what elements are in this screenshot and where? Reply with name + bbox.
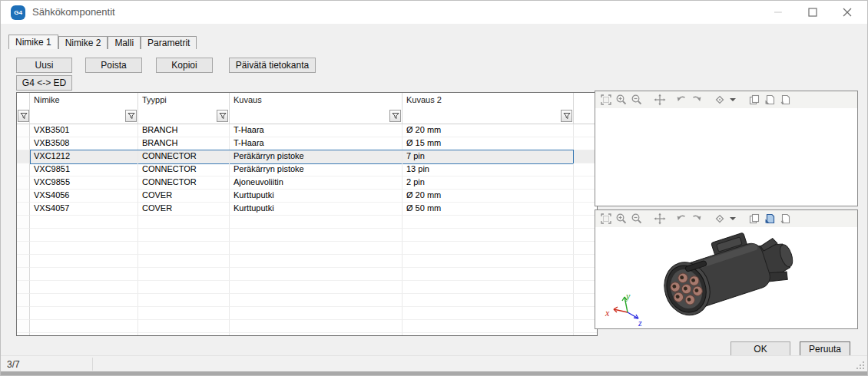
column-header-kuvaus2[interactable]: Kuvaus 2 <box>403 93 574 124</box>
resize-grip[interactable] <box>856 361 866 371</box>
rotate-right-icon <box>691 213 703 225</box>
zoom-out-button[interactable] <box>629 211 644 226</box>
zoom-in-button[interactable] <box>614 211 629 226</box>
titlebar: G4 Sähkökomponentit <box>1 1 867 24</box>
axis-z-label: z <box>638 318 642 327</box>
table-row[interactable]: VXC9855 CONNECTOR Ajoneuvoliitin 2 pin <box>17 176 597 190</box>
ok-button[interactable]: OK <box>731 341 790 356</box>
rotate-left-icon <box>675 213 687 225</box>
app-icon: G4 <box>11 5 25 20</box>
copy-view-button[interactable] <box>762 92 777 107</box>
rotate-right-button[interactable] <box>689 211 704 226</box>
view-orientation-button[interactable] <box>712 211 727 226</box>
close-icon <box>843 8 852 17</box>
zoom-in-icon <box>615 94 628 106</box>
filter-button-tyyppi[interactable] <box>217 110 228 122</box>
column-label: Tyyppi <box>142 95 167 104</box>
cell-kuvaus2: Ø 20 mm <box>403 190 574 203</box>
dropdown-arrow-icon <box>729 216 737 222</box>
3d-viewport-top[interactable] <box>595 108 857 206</box>
update-database-button[interactable]: Päivätä tietokanta <box>229 58 316 73</box>
maximize-icon <box>808 8 817 17</box>
zoom-in-icon <box>615 213 628 225</box>
pan-button[interactable] <box>652 211 668 226</box>
rotate-left-button[interactable] <box>674 92 689 107</box>
copy-view-icon <box>764 94 776 106</box>
row-gutter <box>17 190 30 203</box>
pan-button[interactable] <box>652 92 668 107</box>
table-row-empty <box>17 281 597 294</box>
table-row[interactable]: VXC9851 CONNECTOR Peräkärryn pistoke 13 … <box>17 163 597 176</box>
cell-kuvaus: Peräkärryn pistoke <box>230 163 403 176</box>
column-label: Nimike <box>34 95 60 104</box>
tab-malli[interactable]: Malli <box>108 36 141 49</box>
3d-viewport-bottom[interactable]: x y z <box>595 227 857 328</box>
column-header-nimike[interactable]: Nimike <box>30 93 138 124</box>
table-row-empty <box>17 268 597 281</box>
filter-button-kuvaus[interactable] <box>389 110 401 122</box>
column-header-tyyppi[interactable]: Tyyppi <box>138 93 230 124</box>
maximize-button[interactable] <box>795 1 830 24</box>
zoom-out-button[interactable] <box>629 92 644 107</box>
axis-x-label: x <box>605 308 610 318</box>
rotate-left-button[interactable] <box>674 211 689 226</box>
table-row-empty <box>17 229 597 242</box>
table-row[interactable]: VXS4056 COVER Kurttuputki Ø 20 mm <box>17 190 597 203</box>
cell-nimike: VXC1212 <box>30 150 138 163</box>
filter-button-nimike[interactable] <box>125 110 137 122</box>
delete-button[interactable]: Poista <box>85 58 142 73</box>
view-orientation-dropdown-button[interactable] <box>727 92 737 107</box>
table-row[interactable]: VXS4057 COVER Kurttuputki Ø 50 mm <box>17 203 597 216</box>
tab-nimike-2[interactable]: Nimike 2 <box>58 36 108 49</box>
status-bar: 3/7 <box>1 355 867 372</box>
rotate-left-icon <box>675 94 687 106</box>
copy-button[interactable]: Kopioi <box>156 58 213 73</box>
row-gutter <box>17 203 30 216</box>
zoom-window-icon <box>600 213 612 225</box>
table-row-selected[interactable]: VXC1212 CONNECTOR Peräkärryn pistoke 7 p… <box>17 150 597 163</box>
filter-button-gutter[interactable] <box>18 110 29 122</box>
zoom-window-button[interactable] <box>598 211 614 226</box>
view-orientation-dropdown-button[interactable] <box>727 211 737 226</box>
table-row-empty <box>17 255 597 268</box>
cancel-button[interactable]: Peruuta <box>800 341 850 356</box>
filter-funnel-icon <box>20 112 28 120</box>
row-gutter <box>17 163 30 176</box>
cell-filler <box>574 190 597 203</box>
table-row-empty <box>17 320 597 333</box>
table-row[interactable]: VXB3508 BRANCH T-Haara Ø 15 mm <box>17 137 597 150</box>
components-table: Nimike Tyyppi Kuvaus Kuvaus 2 <box>16 92 598 336</box>
export-view-button[interactable] <box>777 211 793 226</box>
zoom-in-button[interactable] <box>614 92 629 107</box>
view-orientation-button[interactable] <box>712 92 727 107</box>
axis-triad: x y z <box>605 292 644 327</box>
view-orientation-icon <box>714 94 726 106</box>
export-view-icon <box>779 213 791 225</box>
dialog-window: G4 Sähkökomponentit Nimike 1 Nimike 2 Ma… <box>0 0 868 376</box>
axis-y-label: y <box>625 292 631 302</box>
copy-view-button-active[interactable] <box>762 211 777 226</box>
table-row-empty <box>17 294 597 307</box>
column-header-kuvaus[interactable]: Kuvaus <box>230 93 403 124</box>
g4-ed-button[interactable]: G4 <-> ED <box>16 75 72 91</box>
rotate-right-button[interactable] <box>689 92 704 107</box>
table-row[interactable]: VXB3501 BRANCH T-Haara Ø 20 mm <box>17 124 597 137</box>
pan-icon <box>654 213 666 225</box>
column-header-filler <box>574 93 597 124</box>
zoom-window-button[interactable] <box>598 92 614 107</box>
copy-model-button[interactable] <box>747 92 762 107</box>
tab-parametrit[interactable]: Parametrit <box>141 36 197 49</box>
filter-button-kuvaus2[interactable] <box>561 110 572 122</box>
table-row-empty <box>17 307 597 320</box>
export-view-button[interactable] <box>777 92 793 107</box>
copy-model-button[interactable] <box>747 211 762 226</box>
zoom-out-icon <box>631 94 643 106</box>
cell-tyyppi: CONNECTOR <box>138 176 230 190</box>
minimize-icon <box>774 8 783 17</box>
minimize-button[interactable] <box>760 1 795 24</box>
cell-filler <box>574 150 597 163</box>
close-button[interactable] <box>830 1 864 24</box>
row-selector-column-header <box>17 93 30 124</box>
tab-nimike-1[interactable]: Nimike 1 <box>8 35 58 49</box>
new-button[interactable]: Uusi <box>16 58 72 73</box>
